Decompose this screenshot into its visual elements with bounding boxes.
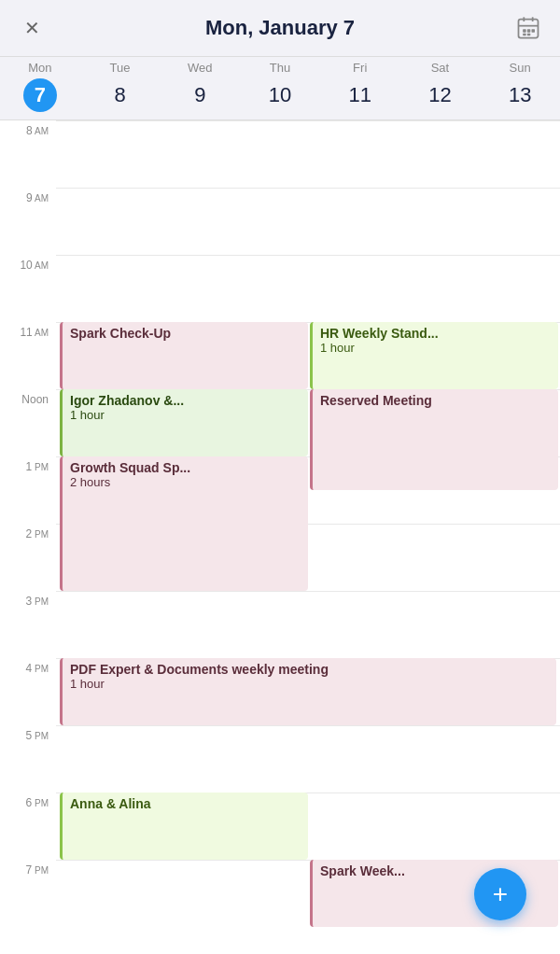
svg-rect-7	[523, 34, 526, 35]
header-title: Mon, January 7	[205, 16, 355, 40]
event-duration: 1 hour	[70, 408, 301, 422]
hour-line	[56, 591, 560, 592]
svg-rect-8	[527, 34, 531, 35]
time-slot-3: 11 AM	[0, 322, 56, 389]
event-title: Igor Zhadanov &...	[70, 393, 301, 408]
time-label: 3 PM	[26, 595, 49, 608]
time-column: 8 AM9 AM10 AM11 AMNoon1 PM2 PM3 PM4 PM5 …	[0, 120, 56, 954]
calendar-grid: 8 AM9 AM10 AM11 AMNoon1 PM2 PM3 PM4 PM5 …	[0, 120, 560, 954]
header: ✕ Mon, January 7	[0, 0, 560, 57]
time-slot-2: 10 AM	[0, 255, 56, 322]
time-slot-5: 1 PM	[0, 456, 56, 524]
event-duration: 1 hour	[70, 677, 549, 691]
day-label: Wed	[188, 61, 213, 75]
event-title: PDF Expert & Documents weekly meeting	[70, 662, 549, 677]
event-spark-checkup[interactable]: Spark Check-Up	[60, 322, 308, 389]
event-igor-zhadanov[interactable]: Igor Zhadanov &...1 hour	[60, 389, 308, 456]
time-label: 9 AM	[26, 191, 49, 204]
day-number: 8	[104, 78, 137, 112]
time-slot-9: 5 PM	[0, 725, 56, 793]
day-number: 10	[263, 78, 297, 112]
time-label: 8 AM	[26, 124, 49, 137]
time-slot-11: 7 PM	[0, 860, 56, 927]
event-duration: 1 hour	[320, 341, 551, 355]
week-day-mon[interactable]: Mon7	[0, 61, 80, 112]
calendar-icon-button[interactable]	[511, 11, 545, 45]
event-title: Growth Squad Sp...	[70, 460, 301, 475]
time-slot-0: 8 AM	[0, 120, 56, 188]
time-slot-7: 3 PM	[0, 591, 56, 658]
time-label: 1 PM	[26, 460, 49, 473]
app-container: ✕ Mon, January 7 Mon7Tue8Wed9Thu10Fri11S…	[0, 0, 560, 954]
event-reserved-meeting[interactable]: Reserved Meeting	[310, 389, 558, 490]
day-label: Mon	[28, 61, 51, 75]
events-area: Spark Check-UpHR Weekly Stand...1 hourIg…	[56, 120, 560, 927]
add-event-button[interactable]: +	[474, 868, 526, 920]
svg-rect-5	[527, 29, 531, 32]
event-growth-squad[interactable]: Growth Squad Sp...2 hours	[60, 456, 308, 591]
week-row: Mon7Tue8Wed9Thu10Fri11Sat12Sun13	[0, 57, 560, 120]
day-label: Sat	[431, 61, 450, 75]
week-day-sat[interactable]: Sat12	[400, 61, 481, 112]
day-label: Thu	[270, 61, 290, 75]
day-number: 12	[423, 78, 456, 112]
event-title: Spark Check-Up	[70, 326, 301, 341]
event-title: Anna & Alina	[70, 796, 301, 811]
week-day-sun[interactable]: Sun13	[480, 61, 560, 112]
time-slot-10: 6 PM	[0, 793, 56, 860]
time-label: 4 PM	[26, 662, 49, 675]
hour-line	[56, 188, 560, 189]
hour-line	[56, 255, 560, 256]
time-slot-4: Noon	[0, 389, 56, 456]
svg-rect-4	[523, 29, 526, 32]
close-icon: ✕	[24, 17, 40, 39]
time-label: 2 PM	[26, 527, 49, 540]
svg-rect-6	[532, 29, 536, 32]
day-label: Tue	[110, 61, 131, 75]
event-pdf-expert[interactable]: PDF Expert & Documents weekly meeting1 h…	[60, 658, 556, 725]
time-label: 7 PM	[26, 863, 49, 877]
day-label: Sun	[510, 61, 531, 75]
day-label: Fri	[353, 61, 367, 75]
hour-line	[56, 725, 560, 726]
time-label: 6 PM	[26, 796, 49, 809]
time-label: 5 PM	[26, 729, 49, 742]
day-number: 11	[343, 78, 377, 112]
close-button[interactable]: ✕	[15, 11, 49, 45]
time-label: 11 AM	[20, 326, 49, 339]
time-label: Noon	[21, 393, 49, 406]
event-hr-weekly[interactable]: HR Weekly Stand...1 hour	[310, 322, 558, 389]
plus-icon: +	[493, 879, 508, 909]
week-day-fri[interactable]: Fri11	[320, 61, 400, 112]
event-title: HR Weekly Stand...	[320, 326, 551, 341]
week-day-wed[interactable]: Wed9	[160, 61, 240, 112]
event-anna-alina[interactable]: Anna & Alina	[60, 793, 308, 860]
event-title: Reserved Meeting	[320, 393, 551, 408]
calendar-icon	[515, 15, 541, 41]
day-number: 13	[503, 78, 537, 112]
time-label: 10 AM	[20, 259, 49, 272]
time-slot-6: 2 PM	[0, 524, 56, 591]
day-number: 7	[23, 78, 57, 112]
day-number: 9	[183, 78, 217, 112]
time-slot-8: 4 PM	[0, 658, 56, 725]
week-day-tue[interactable]: Tue8	[80, 61, 161, 112]
hour-line	[56, 120, 560, 121]
time-slot-1: 9 AM	[0, 188, 56, 255]
week-day-thu[interactable]: Thu10	[240, 61, 320, 112]
event-duration: 2 hours	[70, 475, 301, 489]
